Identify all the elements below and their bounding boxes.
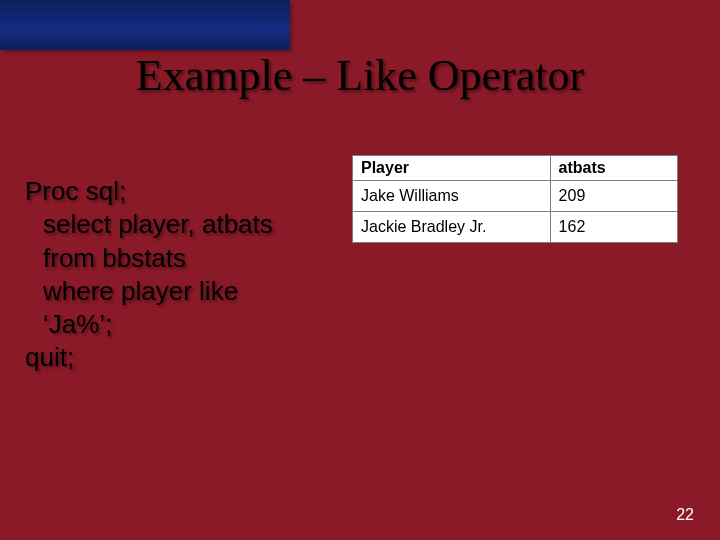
cell-atbats: 209 bbox=[550, 181, 677, 212]
page-number: 22 bbox=[676, 506, 694, 524]
code-line-4: where player like bbox=[25, 275, 335, 308]
cell-atbats: 162 bbox=[550, 212, 677, 243]
code-line-2: select player, atbats bbox=[25, 208, 335, 241]
code-line-1: Proc sql; bbox=[25, 176, 126, 206]
slide-title: Example – Like Operator bbox=[0, 50, 720, 101]
result-table: Player atbats Jake Williams 209 Jackie B… bbox=[352, 155, 678, 243]
sql-code-block: Proc sql; select player, atbats from bbs… bbox=[25, 175, 335, 375]
table-header-row: Player atbats bbox=[353, 156, 678, 181]
cell-player: Jackie Bradley Jr. bbox=[353, 212, 551, 243]
code-line-6: quit; bbox=[25, 342, 74, 372]
cell-player: Jake Williams bbox=[353, 181, 551, 212]
table-row: Jake Williams 209 bbox=[353, 181, 678, 212]
table-row: Jackie Bradley Jr. 162 bbox=[353, 212, 678, 243]
code-line-5: ‘Ja%’; bbox=[25, 308, 335, 341]
col-header-atbats: atbats bbox=[550, 156, 677, 181]
code-line-3: from bbstats bbox=[25, 242, 335, 275]
header-ribbon bbox=[0, 0, 290, 50]
col-header-player: Player bbox=[353, 156, 551, 181]
